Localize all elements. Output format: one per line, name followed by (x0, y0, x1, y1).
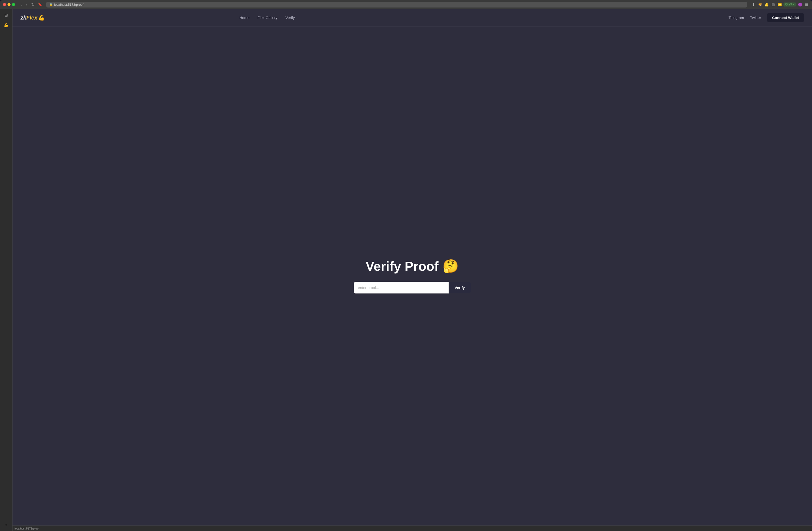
vpn-label: VPN (789, 3, 795, 6)
nav-home[interactable]: Home (240, 15, 249, 20)
back-button[interactable]: ‹ (19, 2, 23, 8)
vpn-badge[interactable]: 🛡 VPN (783, 2, 796, 6)
notification-icon[interactable]: 🔔 (764, 2, 769, 7)
sidebar-icon[interactable]: ▤ (770, 2, 775, 7)
menu-icon[interactable]: ☰ (804, 2, 809, 7)
verify-form: Verify (354, 282, 471, 293)
forward-button[interactable]: › (24, 2, 29, 8)
browser-body: ⊞ 💪 + zkFlex 💪 Home Flex Gallery Verif (0, 9, 812, 531)
address-bar-container: 🔒 localhost:5173/proof (46, 2, 747, 8)
close-button[interactable] (3, 3, 6, 6)
nav-actions: Telegram Twitter Connect Wallet (728, 13, 804, 22)
bookmark-icon[interactable]: 🔖 (38, 2, 42, 6)
refresh-button[interactable]: ↻ (30, 2, 36, 8)
proof-input[interactable] (354, 282, 449, 293)
page-content: zkFlex 💪 Home Flex Gallery Verify Telegr… (13, 9, 812, 531)
logo-emoji: 💪 (38, 14, 45, 21)
logo-flex: Flex (26, 14, 37, 21)
url-text: localhost:5173/proof (54, 3, 84, 6)
sidebar-flex-icon[interactable]: 💪 (2, 21, 10, 29)
brave-icon[interactable]: 🦁 (757, 2, 763, 7)
main-content: Verify Proof 🤔 Verify (13, 27, 812, 526)
wallet-icon[interactable]: 💳 (777, 2, 782, 7)
logo-text: zkFlex (20, 14, 37, 21)
status-bar: localhost:5173/proof (13, 526, 812, 531)
lock-icon: 🔒 (49, 3, 53, 6)
app-navbar: zkFlex 💪 Home Flex Gallery Verify Telegr… (13, 9, 812, 27)
sidebar-add-icon[interactable]: + (2, 521, 10, 529)
logo[interactable]: zkFlex 💪 (20, 14, 45, 21)
logo-zk: zk (20, 14, 26, 21)
profile-icon[interactable]: 🟣 (798, 2, 802, 7)
verify-title-text: Verify Proof (366, 259, 439, 274)
verify-title: Verify Proof 🤔 (366, 258, 459, 274)
sidebar-panel-icon[interactable]: ⊞ (2, 11, 10, 19)
telegram-link[interactable]: Telegram (728, 15, 744, 20)
browser-sidebar: ⊞ 💪 + (0, 9, 13, 531)
status-url: localhost:5173/proof (14, 527, 39, 530)
toolbar-right: ⬆ 🦁 🔔 ▤ 💳 🛡 VPN 🟣 ☰ (751, 2, 809, 7)
share-icon[interactable]: ⬆ (751, 2, 756, 7)
browser-window: ‹ › ↻ 🔖 🔒 localhost:5173/proof ⬆ 🦁 🔔 ▤ 💳… (0, 0, 812, 531)
address-bar[interactable]: 🔒 localhost:5173/proof (46, 2, 747, 8)
verify-button[interactable]: Verify (449, 282, 471, 293)
maximize-button[interactable] (12, 3, 15, 6)
nav-flex-gallery[interactable]: Flex Gallery (258, 15, 277, 20)
traffic-lights (3, 3, 15, 6)
twitter-link[interactable]: Twitter (750, 15, 761, 20)
verify-title-emoji: 🤔 (443, 258, 459, 274)
nav-links: Home Flex Gallery Verify (240, 15, 295, 20)
title-bar: ‹ › ↻ 🔖 🔒 localhost:5173/proof ⬆ 🦁 🔔 ▤ 💳… (0, 0, 812, 9)
connect-wallet-button[interactable]: Connect Wallet (767, 13, 804, 22)
vpn-icon: 🛡 (785, 3, 788, 6)
minimize-button[interactable] (8, 3, 11, 6)
nav-verify[interactable]: Verify (286, 15, 295, 20)
browser-nav-buttons: ‹ › ↻ (19, 2, 36, 8)
